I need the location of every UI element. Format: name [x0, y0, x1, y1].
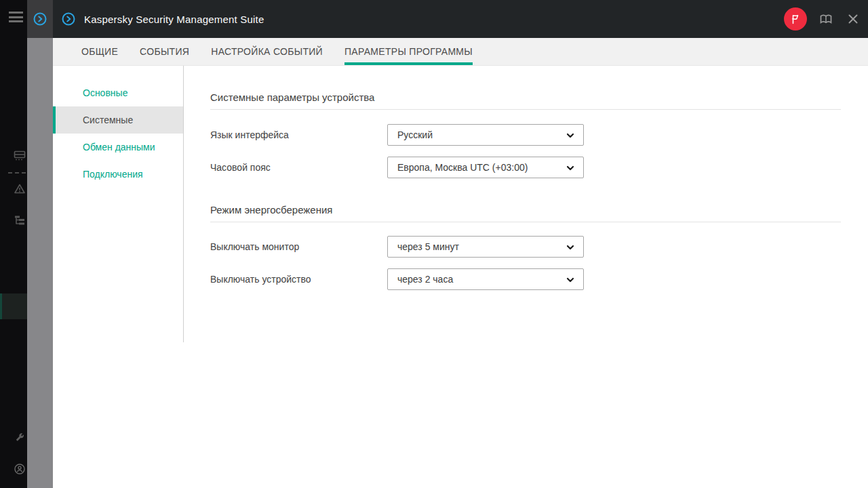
rail-selected-item[interactable]: [0, 293, 27, 319]
tab-program-parameters[interactable]: ПАРАМЕТРЫ ПРОГРАММЫ: [344, 38, 473, 65]
user-icon[interactable]: [14, 463, 26, 475]
select-value: Русский: [397, 129, 433, 140]
close-icon[interactable]: [845, 11, 861, 27]
tab-general[interactable]: ОБЩИЕ: [81, 38, 118, 65]
circled-arrow-icon: [61, 12, 76, 26]
language-select[interactable]: Русский: [387, 124, 584, 146]
tree-icon[interactable]: [14, 215, 26, 227]
chevron-down-icon: [566, 131, 575, 140]
field-row-language: Язык интерфейса Русский: [210, 124, 841, 146]
field-label: Выключать монитор: [210, 241, 387, 252]
nav-item-connections[interactable]: Подключения: [53, 161, 183, 188]
nav-item-main[interactable]: Основные: [53, 79, 183, 106]
chevron-down-icon: [566, 275, 575, 285]
devices-icon[interactable]: [14, 150, 26, 162]
section-rule: [210, 109, 841, 110]
select-value: через 2 часа: [397, 274, 453, 285]
chevron-down-icon: [566, 163, 575, 173]
timezone-select[interactable]: Европа, Москва UTC (+03:00): [387, 157, 584, 178]
header: Kaspersky Security Management Suite: [53, 0, 868, 38]
sidebar-divider: [183, 66, 184, 342]
field-label: Язык интерфейса: [210, 129, 387, 140]
circled-arrow-icon: [33, 12, 47, 26]
tab-event-settings[interactable]: НАСТРОЙКА СОБЫТИЙ: [211, 38, 323, 65]
content-area: Основные Системные Обмен данными Подключ…: [53, 66, 868, 488]
nav-item-data-exchange[interactable]: Обмен данными: [53, 134, 183, 161]
open-book-icon[interactable]: [818, 11, 834, 27]
field-label: Часовой пояс: [210, 162, 387, 173]
settings-nav: Основные Системные Обмен данными Подключ…: [53, 79, 183, 188]
tab-events[interactable]: СОБЫТИЯ: [140, 38, 189, 65]
hamburger-icon[interactable]: [9, 12, 23, 22]
active-app-cell[interactable]: [27, 0, 53, 38]
app-title: Kaspersky Security Management Suite: [84, 14, 264, 25]
tab-bar: ОБЩИЕ СОБЫТИЯ НАСТРОЙКА СОБЫТИЙ ПАРАМЕТР…: [53, 38, 868, 66]
section-title-power-saving: Режим энергосбережения: [210, 204, 332, 216]
chevron-down-icon: [566, 243, 575, 252]
warning-icon[interactable]: [14, 183, 26, 195]
field-row-timezone: Часовой пояс Европа, Москва UTC (+03:00): [210, 157, 841, 178]
monitor-off-select[interactable]: через 5 минут: [387, 236, 584, 258]
app-strip: [27, 0, 53, 488]
section-rule: [210, 222, 841, 222]
field-row-device-off: Выключать устройство через 2 часа: [210, 268, 841, 290]
active-tab-underline: [344, 62, 473, 65]
field-row-monitor-off: Выключать монитор через 5 минут: [210, 236, 841, 258]
flag-badge-icon[interactable]: [784, 7, 807, 30]
select-value: Европа, Москва UTC (+03:00): [397, 162, 528, 173]
device-off-select[interactable]: через 2 часа: [387, 268, 584, 290]
rail-divider: [8, 172, 26, 174]
nav-item-system[interactable]: Системные: [53, 106, 183, 134]
app-rail: [0, 0, 27, 488]
field-label: Выключать устройство: [210, 274, 387, 285]
select-value: через 5 минут: [397, 241, 459, 252]
wrench-icon[interactable]: [14, 431, 26, 443]
section-title-system-parameters: Системные параметры устройства: [210, 92, 374, 103]
